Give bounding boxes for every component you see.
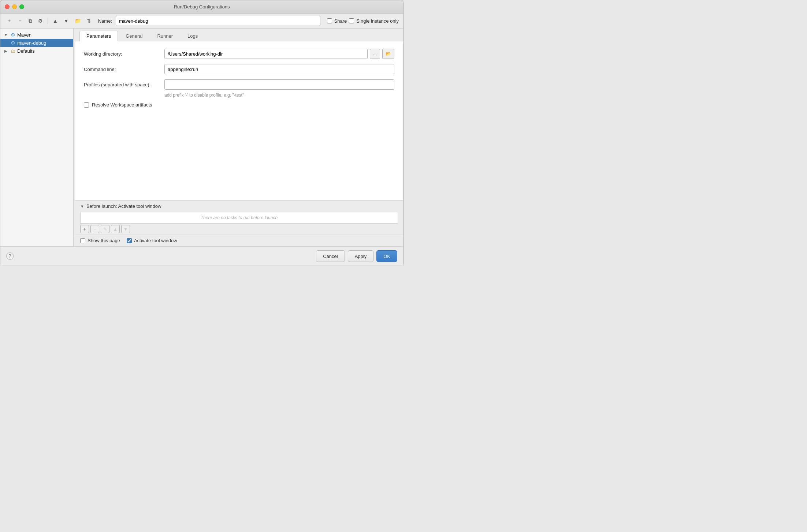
defaults-folder-icon: 🗂 (10, 48, 16, 54)
resolve-artifacts-checkbox[interactable] (84, 102, 89, 108)
edit-task-button[interactable]: ✎ (101, 225, 109, 233)
activate-tool-window-option: Activate tool window (127, 238, 177, 243)
footer: ? Cancel Apply OK (0, 246, 403, 266)
tasks-list: There are no tasks to run before launch (80, 212, 398, 224)
name-label: Name: (98, 18, 112, 24)
maven-gear-icon: ⚙ (10, 32, 16, 38)
share-label[interactable]: Share (334, 18, 347, 24)
single-instance-label[interactable]: Single instance only (356, 18, 399, 24)
sidebar-item-label-maven: Maven (17, 32, 31, 38)
copy-configuration-button[interactable]: ⧉ (27, 17, 34, 25)
before-launch-section: ▼ Before launch: Activate tool window Th… (75, 200, 403, 246)
form-area: Working directory: ... 📂 Command line: (75, 41, 403, 200)
apply-button[interactable]: Apply (348, 250, 374, 262)
window-title: Run/Debug Configurations (174, 4, 230, 10)
tasks-empty-label: There are no tasks to run before launch (201, 215, 278, 220)
show-page-label[interactable]: Show this page (88, 238, 120, 243)
show-page-option: Show this page (80, 238, 120, 243)
profiles-row: Profiles (separated with space): (84, 79, 394, 90)
sidebar-item-defaults[interactable]: ▶ 🗂 Defaults (0, 47, 73, 55)
expand-defaults-icon: ▶ (3, 49, 8, 53)
sidebar-item-label-maven-debug: maven-debug (17, 40, 47, 46)
separator-1 (48, 18, 48, 24)
settings-button[interactable]: ⚙ (36, 17, 45, 25)
working-directory-row: Working directory: ... 📂 (84, 49, 394, 59)
browse-ellipsis-button[interactable]: ... (370, 49, 380, 59)
tasks-toolbar: + − ✎ ▲ ▼ (75, 224, 403, 235)
titlebar: Run/Debug Configurations (0, 0, 403, 14)
before-launch-title: Before launch: Activate tool window (86, 203, 161, 209)
share-area: Share Single instance only (327, 18, 399, 24)
top-toolbar: ＋ － ⧉ ⚙ ▲ ▼ 📁 ⇅ Name: Share Single insta… (0, 14, 403, 29)
before-launch-collapse-icon: ▼ (80, 204, 84, 209)
name-row: Name: (98, 16, 320, 26)
activate-tool-window-label[interactable]: Activate tool window (134, 238, 177, 243)
remove-task-button[interactable]: − (90, 225, 99, 233)
ok-button[interactable]: OK (376, 250, 397, 262)
add-task-button[interactable]: + (80, 225, 89, 233)
cancel-button[interactable]: Cancel (316, 250, 345, 262)
working-directory-input[interactable] (164, 49, 368, 59)
browse-folder-button[interactable]: 📂 (382, 49, 394, 59)
maven-debug-gear-icon: ⚙ (10, 40, 16, 46)
minimize-button[interactable] (12, 4, 17, 9)
working-directory-label: Working directory: (84, 51, 164, 57)
command-line-row: Command line: (84, 64, 394, 74)
sidebar-item-maven-debug[interactable]: ⚙ maven-debug (0, 39, 73, 47)
single-instance-checkbox[interactable] (349, 18, 354, 23)
command-line-input-wrapper (164, 64, 394, 74)
move-up-button[interactable]: ▲ (51, 17, 60, 25)
tab-logs[interactable]: Logs (181, 31, 205, 41)
launch-options: Show this page Activate tool window (75, 235, 403, 246)
sort-button[interactable]: ⇅ (85, 17, 93, 25)
main-content: ▼ ⚙ Maven ⚙ maven-debug ▶ 🗂 Defaults (0, 29, 403, 246)
resolve-artifacts-label[interactable]: Resolve Workspace artifacts (92, 102, 152, 108)
share-checkbox[interactable] (327, 18, 332, 23)
add-configuration-button[interactable]: ＋ (5, 16, 14, 25)
maximize-button[interactable] (19, 4, 24, 9)
tab-general[interactable]: General (119, 31, 149, 41)
working-directory-input-wrapper: ... 📂 (164, 49, 394, 59)
activate-tool-window-checkbox[interactable] (127, 238, 132, 243)
command-line-input[interactable] (164, 64, 394, 74)
traffic-lights (5, 4, 24, 9)
run-debug-configurations-window: Run/Debug Configurations ＋ － ⧉ ⚙ ▲ ▼ 📁 ⇅… (0, 0, 404, 266)
profiles-input-wrapper (164, 79, 394, 90)
profiles-label: Profiles (separated with space): (84, 82, 164, 87)
resolve-artifacts-row: Resolve Workspace artifacts (84, 102, 394, 108)
sidebar-item-label-defaults: Defaults (17, 48, 35, 54)
sidebar: ▼ ⚙ Maven ⚙ maven-debug ▶ 🗂 Defaults (0, 29, 74, 246)
help-button[interactable]: ? (6, 252, 14, 260)
expand-maven-icon: ▼ (3, 33, 8, 37)
tabs-row: Parameters General Runner Logs (75, 29, 403, 41)
tab-parameters[interactable]: Parameters (79, 31, 118, 41)
profiles-input[interactable] (164, 79, 394, 90)
command-line-label: Command line: (84, 67, 164, 72)
move-down-button[interactable]: ▼ (62, 17, 71, 25)
show-page-checkbox[interactable] (80, 238, 85, 243)
before-launch-header[interactable]: ▼ Before launch: Activate tool window (75, 201, 403, 212)
folder-button[interactable]: 📁 (73, 17, 83, 25)
move-task-down-button[interactable]: ▼ (121, 225, 130, 233)
sidebar-item-maven-group[interactable]: ▼ ⚙ Maven (0, 31, 73, 39)
move-task-up-button[interactable]: ▲ (111, 225, 120, 233)
remove-configuration-button[interactable]: － (16, 16, 25, 25)
tab-runner[interactable]: Runner (150, 31, 180, 41)
right-panel: Parameters General Runner Logs Working d… (75, 29, 403, 246)
name-input[interactable] (116, 16, 320, 26)
footer-left: ? (6, 252, 313, 260)
profiles-hint: add prefix '-' to disable profile, e.g. … (164, 93, 394, 98)
close-button[interactable] (5, 4, 10, 9)
